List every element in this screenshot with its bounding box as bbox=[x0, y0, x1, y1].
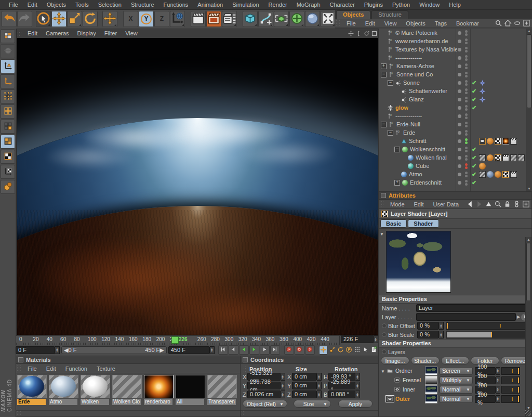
clap-tag-icon[interactable] bbox=[502, 154, 509, 161]
om-menu-view[interactable]: View bbox=[380, 20, 402, 27]
rotation-stepper[interactable]: ▲▼ bbox=[355, 382, 360, 389]
tree-row[interactable]: −0Erde bbox=[379, 128, 532, 137]
search-button[interactable] bbox=[495, 19, 502, 27]
stripe-tag-icon[interactable] bbox=[510, 154, 517, 161]
points-mode-button[interactable] bbox=[1, 89, 15, 103]
glowtex-tag-icon[interactable] bbox=[502, 138, 509, 145]
material-thumbnail[interactable] bbox=[81, 375, 110, 398]
eye-icon[interactable] bbox=[393, 386, 401, 393]
tree-row[interactable]: −Wolkenschnitt✔ bbox=[379, 145, 532, 153]
pan-button[interactable] bbox=[348, 30, 354, 37]
blend-mode-dropdown[interactable]: Normal▼ bbox=[440, 386, 473, 394]
target-tag-icon[interactable] bbox=[479, 88, 486, 95]
attributes-tab-shader[interactable]: Shader bbox=[408, 219, 438, 228]
layer-opacity-field[interactable]: 100 % bbox=[475, 395, 496, 403]
visibility-toggles[interactable] bbox=[465, 105, 468, 111]
folder-icon[interactable] bbox=[386, 368, 394, 374]
target-tag-icon[interactable] bbox=[479, 80, 486, 86]
menu-window[interactable]: Window bbox=[415, 2, 444, 8]
menu-render[interactable]: Render bbox=[264, 2, 292, 8]
layer-thumbnail[interactable] bbox=[425, 376, 437, 385]
bluesphere-tag-icon[interactable] bbox=[487, 171, 494, 178]
material-black[interactable]: All bbox=[176, 375, 206, 405]
viewport-menu-cameras[interactable]: Cameras bbox=[42, 30, 73, 36]
range-left-arrow-icon[interactable]: ◀ bbox=[64, 347, 68, 354]
size-z-field[interactable]: 0 cm bbox=[292, 390, 317, 398]
blend-mode-dropdown[interactable]: Multiply▼ bbox=[440, 376, 473, 384]
material-thumbnail[interactable] bbox=[144, 375, 174, 398]
layer-opacity-slider[interactable] bbox=[501, 395, 520, 403]
keyframe-selection-toggle[interactable] bbox=[362, 346, 369, 354]
enabled-check-icon[interactable]: ✔ bbox=[472, 179, 476, 186]
visibility-toggles[interactable] bbox=[465, 30, 468, 36]
attributes-menu-mode[interactable]: Mode bbox=[385, 201, 409, 207]
material-atmo[interactable]: Atmo bbox=[49, 375, 79, 405]
visibility-toggles[interactable] bbox=[465, 55, 468, 61]
expand-minus-icon[interactable]: − bbox=[394, 147, 400, 152]
layer-opacity-slider[interactable] bbox=[501, 386, 520, 394]
menu-objects[interactable]: Objects bbox=[42, 2, 71, 8]
layer-dot[interactable] bbox=[458, 31, 461, 35]
layer-browse-icon[interactable]: ▶ bbox=[516, 315, 521, 319]
go-to-end-button[interactable] bbox=[270, 345, 280, 355]
viewport-canvas[interactable] bbox=[17, 38, 378, 335]
timeline-range-slider[interactable]: ◀ 0 F450 F ▶ bbox=[61, 346, 167, 354]
previous-key-button[interactable] bbox=[229, 345, 238, 355]
layer-thumbnail[interactable] bbox=[425, 367, 437, 375]
visibility-toggles[interactable] bbox=[465, 146, 468, 152]
layer-opacity-slider[interactable] bbox=[501, 367, 520, 375]
layer-dot[interactable] bbox=[458, 81, 461, 85]
viewport-menu-display[interactable]: Display bbox=[73, 30, 100, 36]
zoom-button[interactable] bbox=[355, 30, 362, 37]
layer-dot[interactable] bbox=[458, 56, 461, 60]
visibility-toggles[interactable] bbox=[465, 80, 468, 86]
link-button[interactable] bbox=[513, 200, 521, 208]
key-position-toggle[interactable] bbox=[319, 346, 328, 355]
layer-dot[interactable] bbox=[458, 40, 461, 43]
model-mode-button[interactable] bbox=[1, 44, 15, 58]
visibility-toggles[interactable] bbox=[465, 163, 468, 169]
move-button[interactable] bbox=[51, 11, 66, 27]
tree-row[interactable]: Schnitt bbox=[379, 137, 532, 145]
window-icon[interactable] bbox=[18, 357, 23, 362]
layer-dot[interactable] bbox=[458, 48, 461, 51]
visibility-toggles[interactable] bbox=[465, 121, 468, 127]
object-axis-mode-button[interactable] bbox=[1, 59, 15, 73]
om-menu-edit[interactable]: Edit bbox=[361, 20, 380, 27]
visibility-toggles[interactable] bbox=[465, 179, 468, 186]
record-options-button[interactable]: ? bbox=[305, 345, 315, 355]
texture-axis-mode-button[interactable] bbox=[1, 165, 15, 179]
material-thumbnail[interactable] bbox=[49, 375, 78, 398]
loop-start-field-stepper[interactable]: ▲▼ bbox=[55, 346, 60, 354]
autokeying-button[interactable] bbox=[295, 345, 304, 355]
material-stripe[interactable]: Transparen bbox=[207, 375, 238, 405]
drag-grip[interactable] bbox=[379, 201, 384, 208]
material-thumbnail[interactable] bbox=[17, 375, 47, 398]
loop-start-field[interactable]: 0 F▲▼ bbox=[16, 346, 60, 354]
expand-minus-icon[interactable]: − bbox=[381, 72, 387, 77]
layer-effect-button[interactable]: Effect... bbox=[441, 357, 470, 364]
coordinate-mode-dropdown[interactable]: Object (Rel)▼ bbox=[243, 400, 287, 408]
tree-row[interactable]: 0www.renderbaron.de bbox=[379, 37, 532, 45]
tree-scrollbar[interactable]: ▲▼ bbox=[526, 29, 532, 191]
tab-structure[interactable]: Structure bbox=[371, 10, 408, 19]
up-button[interactable] bbox=[485, 200, 493, 208]
rotation-stepper[interactable]: ▲▼ bbox=[355, 390, 360, 398]
layer-thumbnail[interactable] bbox=[425, 385, 437, 394]
key-rotation-toggle[interactable] bbox=[337, 346, 344, 354]
render-settings-button[interactable] bbox=[222, 11, 237, 27]
material-earth[interactable]: Erde bbox=[17, 375, 48, 405]
animation-dot[interactable] bbox=[382, 349, 387, 354]
scale-button[interactable] bbox=[67, 11, 82, 27]
menu-simulation[interactable]: Simulation bbox=[228, 2, 263, 8]
tree-row[interactable]: Glanz✔ bbox=[379, 95, 532, 103]
clap-tag-icon[interactable] bbox=[510, 171, 517, 178]
size-x-field[interactable]: 0 cm bbox=[292, 373, 317, 381]
edges-mode-button[interactable] bbox=[1, 105, 15, 119]
rotation-p-field[interactable]: -25.889 ° bbox=[328, 382, 355, 389]
orbit-button[interactable] bbox=[363, 30, 370, 37]
enabled-check-icon[interactable]: ✔ bbox=[472, 154, 476, 161]
menu-file[interactable]: File bbox=[4, 2, 23, 8]
layer-opacity-stepper[interactable]: ▲▼ bbox=[496, 395, 500, 403]
generator-button[interactable] bbox=[274, 11, 289, 27]
